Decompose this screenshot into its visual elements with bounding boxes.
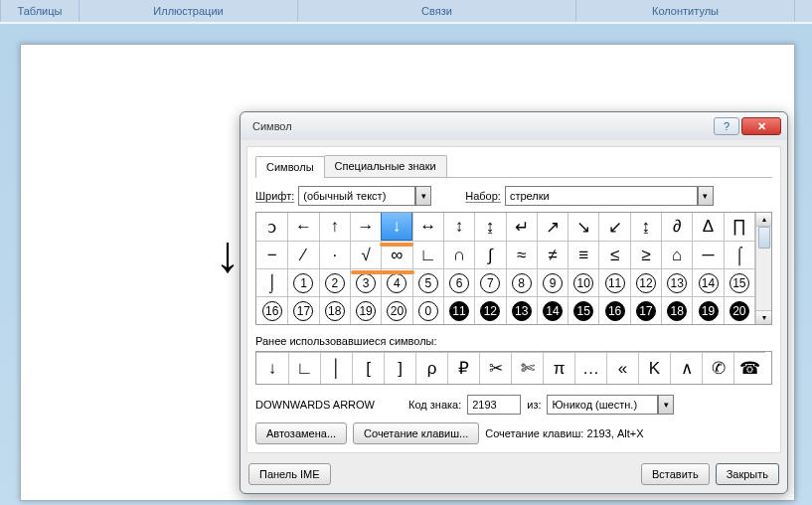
symbol-cell[interactable]: ⌂ <box>661 241 692 268</box>
symbol-cell[interactable]: 12 <box>474 296 505 324</box>
symbol-cell[interactable]: ∂ <box>661 213 692 241</box>
symbol-cell[interactable]: ⌡ <box>256 268 287 296</box>
symbol-cell[interactable]: 9 <box>537 268 568 296</box>
symbol-cell[interactable]: ∙ <box>319 241 350 268</box>
symbol-cell[interactable]: 1 <box>287 268 318 296</box>
symbol-cell[interactable]: ∏ <box>724 213 754 241</box>
code-input[interactable] <box>467 395 521 415</box>
symbol-cell[interactable]: ↕ <box>443 213 474 241</box>
recent-symbol-cell[interactable]: π <box>543 352 574 384</box>
symbol-cell[interactable]: 11 <box>443 296 474 324</box>
symbol-cell[interactable]: 7 <box>474 268 505 296</box>
ribbon-group-links[interactable]: Связи <box>298 0 576 22</box>
scroll-down-button[interactable]: ▾ <box>756 310 771 324</box>
encoding-dropdown-arrow[interactable] <box>658 395 674 415</box>
close-button[interactable]: Закрыть <box>716 463 779 485</box>
symbol-cell[interactable]: 16 <box>598 296 629 324</box>
font-input[interactable] <box>298 186 415 206</box>
ribbon-group-headers[interactable]: Колонтитулы <box>576 0 795 22</box>
symbol-cell[interactable]: 16 <box>256 296 287 324</box>
recent-symbol-cell[interactable]: [ <box>352 352 384 384</box>
symbol-cell[interactable]: 2 <box>319 268 350 296</box>
symbol-cell[interactable]: 11 <box>598 268 629 296</box>
symbol-cell[interactable]: ↔ <box>412 213 443 241</box>
encoding-input[interactable] <box>547 395 658 415</box>
symbol-cell[interactable]: ∩ <box>443 241 474 268</box>
window-close-button[interactable]: ✕ <box>741 117 781 135</box>
symbol-cell[interactable]: 13 <box>661 268 692 296</box>
recent-symbol-cell[interactable]: ₽ <box>447 352 479 384</box>
ime-panel-button[interactable]: Панель IME <box>248 463 331 485</box>
tab-symbols[interactable]: Символы <box>255 156 325 178</box>
symbol-cell[interactable]: ∕ <box>287 241 318 268</box>
symbol-cell[interactable]: Δ <box>692 213 723 241</box>
symbol-cell[interactable]: 5 <box>412 268 443 296</box>
recent-symbol-cell[interactable]: ] <box>384 352 415 384</box>
symbol-cell[interactable]: ≈ <box>506 241 537 268</box>
scroll-up-button[interactable]: ▴ <box>756 213 771 227</box>
symbol-cell[interactable]: 14 <box>692 268 723 296</box>
recent-symbol-cell[interactable]: ✄ <box>511 352 543 384</box>
symbol-cell[interactable]: ↑ <box>319 213 350 241</box>
subset-dropdown-arrow[interactable] <box>698 186 714 206</box>
help-button[interactable]: ? <box>714 117 739 135</box>
symbol-cell[interactable]: 19 <box>350 296 381 324</box>
symbol-cell[interactable]: 19 <box>692 296 723 324</box>
symbol-cell[interactable]: ∟ <box>412 241 443 268</box>
scroll-thumb[interactable] <box>758 227 770 249</box>
recent-symbol-cell[interactable]: ρ <box>415 352 447 384</box>
symbol-cell[interactable]: ↵ <box>506 213 537 241</box>
symbol-cell[interactable]: − <box>256 241 287 268</box>
recent-symbol-cell[interactable]: ✆ <box>702 352 733 384</box>
ribbon-group-tables[interactable]: Таблицы <box>0 0 80 22</box>
recent-symbol-cell[interactable]: │ <box>320 352 352 384</box>
symbol-cell[interactable]: 14 <box>537 296 568 324</box>
recent-symbol-cell[interactable]: ✂ <box>479 352 511 384</box>
symbol-cell[interactable]: 12 <box>630 268 661 296</box>
titlebar[interactable]: Символ ? ✕ <box>241 112 787 140</box>
autocorrect-button[interactable]: Автозамена... <box>255 422 347 444</box>
symbol-cell[interactable]: ─ <box>692 241 723 268</box>
font-dropdown-arrow[interactable] <box>415 186 431 206</box>
subset-combo[interactable] <box>505 186 772 206</box>
symbol-cell[interactable]: ↙ <box>598 213 629 241</box>
symbol-cell[interactable]: 8 <box>506 268 537 296</box>
symbol-cell[interactable]: 6 <box>443 268 474 296</box>
insert-button[interactable]: Вставить <box>641 463 710 485</box>
symbol-cell[interactable]: ≠ <box>537 241 568 268</box>
symbol-cell[interactable]: ɔ <box>256 213 287 241</box>
symbol-cell[interactable]: 13 <box>506 296 537 324</box>
recent-symbol-cell[interactable]: K <box>638 352 670 384</box>
symbol-cell[interactable]: 10 <box>568 268 598 296</box>
recent-symbol-cell[interactable]: ☎ <box>733 352 765 384</box>
symbol-cell[interactable]: 18 <box>319 296 350 324</box>
symbol-cell[interactable]: 15 <box>724 268 754 296</box>
recent-symbol-cell[interactable]: ↓ <box>256 352 288 384</box>
symbol-cell[interactable]: 18 <box>661 296 692 324</box>
recent-symbol-cell[interactable]: ∟ <box>288 352 320 384</box>
encoding-combo[interactable] <box>547 395 674 415</box>
subset-input[interactable] <box>505 186 698 206</box>
symbol-cell[interactable]: 20 <box>724 296 754 324</box>
symbol-cell[interactable]: ← <box>287 213 318 241</box>
grid-scrollbar[interactable]: ▴ ▾ <box>755 213 771 324</box>
tab-special-chars[interactable]: Специальные знаки <box>324 155 447 177</box>
symbol-cell[interactable]: ⌠ <box>724 241 754 268</box>
recent-symbol-cell[interactable]: ∧ <box>670 352 702 384</box>
symbol-cell[interactable]: ↘ <box>568 213 598 241</box>
symbol-cell[interactable]: ≥ <box>630 241 661 268</box>
symbol-cell[interactable]: ∫ <box>474 241 505 268</box>
symbol-cell[interactable]: 0 <box>412 296 443 324</box>
ribbon-group-illustrations[interactable]: Иллюстрации <box>80 0 298 22</box>
symbol-cell[interactable]: 20 <box>381 296 411 324</box>
symbol-cell[interactable]: ≡ <box>568 241 598 268</box>
symbol-cell[interactable]: 17 <box>287 296 318 324</box>
symbol-cell[interactable]: 15 <box>568 296 598 324</box>
symbol-cell[interactable]: ↨ <box>474 213 505 241</box>
symbol-cell[interactable]: ↗ <box>537 213 568 241</box>
recent-symbol-cell[interactable]: « <box>606 352 638 384</box>
symbol-cell[interactable]: ↓ <box>381 213 411 241</box>
symbol-cell[interactable]: ↨ <box>630 213 661 241</box>
symbol-cell[interactable]: √ <box>350 241 381 268</box>
shortcut-button[interactable]: Сочетание клавиш... <box>353 422 479 444</box>
